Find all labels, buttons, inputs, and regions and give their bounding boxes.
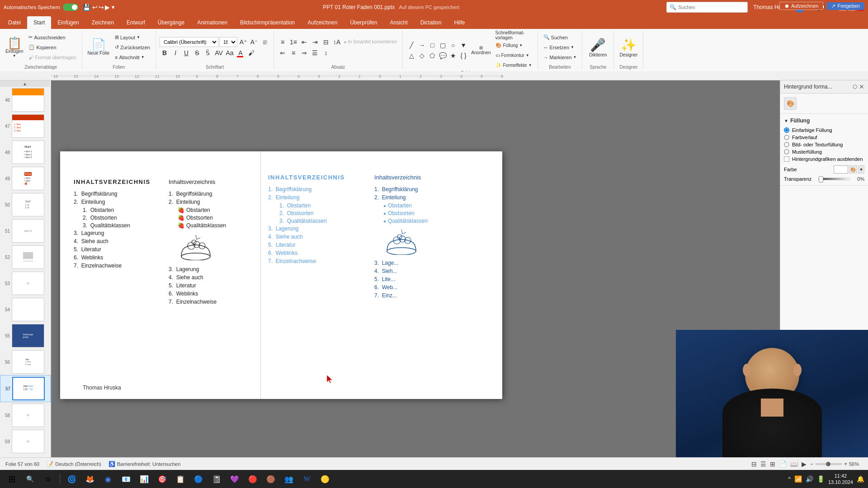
slide-thumb-51[interactable]: 51 slide 51 [0, 218, 51, 244]
slide-thumb-47[interactable]: 47 1. Item2. Item3. Item [0, 113, 51, 139]
tab-aufzeichnen[interactable]: Aufzeichnen [301, 16, 344, 29]
taskbar-onenote[interactable]: 📓 [208, 471, 225, 487]
slide-thumb-53[interactable]: 53 53 [0, 270, 51, 296]
strikethrough-button[interactable]: S [192, 48, 202, 58]
fuellung-section-title[interactable]: ▼ Füllung [784, 117, 864, 124]
schnellformatvorlage-button[interactable]: Schnellformat-vorlagen [494, 31, 534, 40]
slide-thumb-54[interactable]: 54 [0, 296, 51, 323]
convert-smartart-button[interactable]: ▸ In SmartArt konvertieren [343, 38, 399, 47]
align-left-button[interactable]: ⇐ [278, 48, 288, 58]
freigeben-button[interactable]: ↗Freigeben [827, 2, 864, 10]
taskbar-app14[interactable]: 🟡 [317, 471, 333, 487]
search-input[interactable] [678, 5, 745, 10]
font-family-selector[interactable]: Calibri (Überschrift) [160, 37, 218, 47]
shape-callout[interactable]: 💬 [438, 51, 448, 61]
designer-button[interactable]: ✨ Designer [618, 35, 639, 60]
einfuegen-button[interactable]: 📋 Einfügen ▼ [4, 33, 25, 61]
zoom-out-btn[interactable]: − [810, 461, 813, 467]
zoom-slider[interactable]: − + 56% [810, 461, 863, 467]
taskbar-app8[interactable]: 🔵 [190, 471, 207, 487]
font-color-button[interactable]: A [236, 48, 245, 58]
suchen-button[interactable]: 🔍Suchen [542, 33, 579, 42]
search-box[interactable]: 🔍 [666, 2, 748, 13]
shape-oval[interactable]: ○ [448, 40, 458, 50]
slide-thumb-58[interactable]: 58 58 [0, 402, 51, 428]
markieren-button[interactable]: →Markieren▼ [542, 53, 579, 62]
color-picker-btn[interactable]: 🎨 [849, 165, 857, 174]
save-icon[interactable]: 💾 [83, 4, 90, 11]
line-spacing-button[interactable]: ↕ [321, 48, 331, 58]
aufzeichnen-button[interactable]: ⏺Aufzeichnen [779, 2, 824, 10]
tab-animationen[interactable]: Animationen [191, 16, 234, 29]
taskbar-systray[interactable]: ^ [788, 476, 791, 482]
fill-icon-btn[interactable]: 🎨 [784, 97, 797, 110]
case-button[interactable]: Aa [225, 48, 235, 58]
panel-close-icon[interactable]: ✕ [859, 83, 864, 90]
taskbar-app10[interactable]: 💜 [226, 471, 243, 487]
ausschneiden-button[interactable]: ✂Ausschneiden [27, 33, 78, 42]
align-right-button[interactable]: ⇒ [299, 48, 309, 58]
slide-sorter-btn[interactable]: ⊞ [770, 460, 775, 468]
taskbar-app12[interactable]: 🟤 [263, 471, 279, 487]
shape-star[interactable]: ★ [448, 51, 458, 61]
shape-line[interactable]: ╱ [406, 40, 416, 50]
taskbar-sound[interactable]: 🔊 [806, 475, 813, 483]
tab-ueberpruefen[interactable]: Überprüfen [344, 16, 383, 29]
anordnen-button[interactable]: ⊞ Anordnen [469, 36, 492, 64]
radio-muster[interactable]: Musterfüllung [784, 149, 864, 155]
tab-start[interactable]: Start [27, 16, 51, 29]
more-tools-icon[interactable]: ▼ [111, 5, 116, 10]
tab-dictation[interactable]: Dictation [414, 16, 448, 29]
redo-icon[interactable]: ↪ [99, 4, 104, 11]
scroll-up[interactable]: ▲ [0, 80, 50, 87]
taskbar-app6[interactable]: 🎯 [154, 471, 170, 487]
layout-button[interactable]: ⊞Layout▼ [113, 33, 152, 42]
shape-triangle[interactable]: △ [406, 51, 416, 61]
slide-thumb-49[interactable]: 49 TITLE • Item• Item🍎 [0, 165, 51, 192]
bold-button[interactable]: B [160, 48, 170, 58]
clear-format-button[interactable]: ⎚ [260, 37, 270, 47]
text-direction-button[interactable]: ↕A [332, 37, 342, 47]
taskbar-app11[interactable]: 🔴 [245, 471, 261, 487]
radio-bild[interactable]: Bild- oder Texturfüllung [784, 142, 864, 147]
shadow-button[interactable]: S̈ [203, 48, 213, 58]
color-dropdown-btn[interactable]: ▼ [858, 165, 864, 174]
underline-button[interactable]: U [181, 48, 191, 58]
taskbar-network[interactable]: 📶 [794, 475, 802, 483]
tab-uebergaenge[interactable]: Übergänge [151, 16, 191, 29]
shape-curly[interactable]: { } [458, 51, 468, 61]
slide-thumb-56[interactable]: 56 Title 1. Text2. Text [0, 349, 51, 375]
taskbar-app7[interactable]: 📋 [172, 471, 189, 487]
formeffekte-button[interactable]: ✨Formeffekte▼ [494, 61, 534, 70]
normal-view-btn[interactable]: ⊟ [751, 460, 757, 468]
italic-button[interactable]: I [170, 48, 180, 58]
tab-hilfe[interactable]: Hilfe [448, 16, 471, 29]
taskbar-edge[interactable]: 🌀 [64, 471, 80, 487]
slide-thumb-50[interactable]: 50 TEXT1. a2. b [0, 192, 51, 218]
justify-button[interactable]: ☰ [310, 48, 320, 58]
ersetzen-button[interactable]: ↔Ersetzen▼ [542, 43, 579, 52]
neue-folie-button[interactable]: 📄 Neue Folie [86, 35, 111, 60]
undo-icon[interactable]: ↩ [92, 4, 98, 11]
color-swatch[interactable] [834, 165, 848, 174]
taskbar-firefox[interactable]: 🦊 [82, 471, 98, 487]
diktieren-button[interactable]: 🎤 Diktieren [587, 35, 609, 60]
slide-thumb-48[interactable]: 48 TEXT • Item 1• Item 2• Item 3 [0, 139, 51, 165]
tab-entwurf[interactable]: Entwurf [120, 16, 151, 29]
panel-collapse-icon[interactable]: ⬡ [853, 84, 857, 90]
shape-pentagon[interactable]: ⬠ [427, 51, 437, 61]
start-button[interactable]: ⊞ [4, 471, 20, 487]
char-spacing-button[interactable]: AV [214, 48, 224, 58]
shape-rect[interactable]: □ [427, 40, 437, 50]
kopieren-button[interactable]: 📋Kopieren [27, 43, 78, 52]
font-increase-button[interactable]: A⁺ [238, 37, 248, 47]
tab-datei[interactable]: Datei [2, 16, 27, 29]
shape-more[interactable]: ▼ [458, 40, 468, 50]
autosave-toggle[interactable] [63, 4, 78, 11]
checkbox-hintergrund[interactable]: Hintergrundgrafiken ausblenden [784, 156, 864, 162]
tab-einfuegen[interactable]: Einfügen [51, 16, 85, 29]
abschnitt-button[interactable]: ≡Abschnitt▼ [113, 53, 152, 62]
slide-thumb-46[interactable]: 46 [0, 87, 51, 113]
taskbar-outlook[interactable]: 📧 [118, 471, 134, 487]
taskbar-battery[interactable]: 🔋 [817, 475, 825, 483]
